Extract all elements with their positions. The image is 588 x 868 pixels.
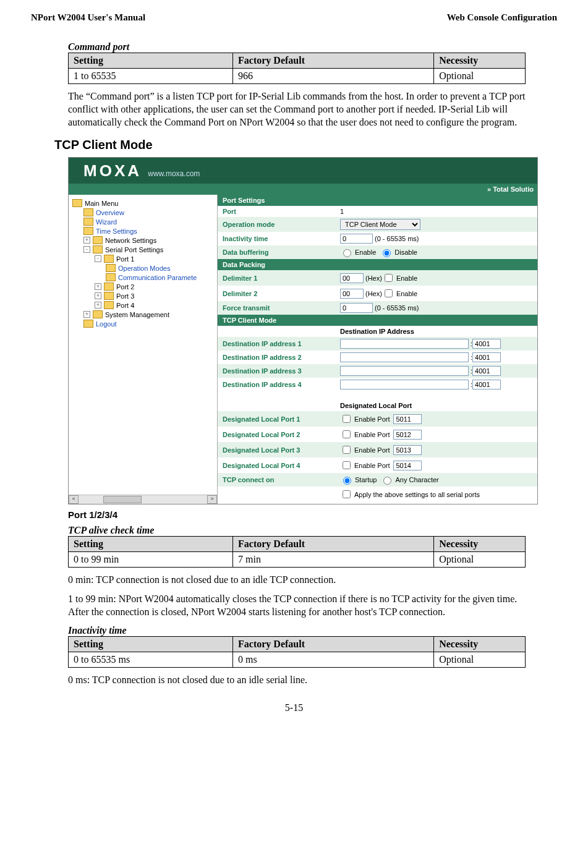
folder-icon [83,218,93,226]
local-port-3-enable[interactable]: Enable Port [340,444,390,456]
alive-default: 7 min [233,552,434,568]
tcp-client-mode-title: TCP Client Mode [54,138,557,152]
tree-port3[interactable]: +Port 3 [95,291,215,300]
page-header: NPort W2004 User's Manual Web Console Co… [31,12,557,23]
scroll-left-icon[interactable]: < [69,495,79,504]
folder-icon [72,199,82,207]
inact-default: 0 ms [233,652,434,667]
header-right: Web Console Configuration [447,12,557,23]
expand-icon[interactable]: + [83,237,90,244]
enable-radio[interactable]: Enable [340,247,376,257]
local-port-1-row: Designated Local Port 1Enable Port [218,411,537,427]
delimiter2-input[interactable] [340,289,364,299]
tree-time-settings[interactable]: Time Settings [83,226,215,236]
tree-port4[interactable]: +Port 4 [95,300,215,310]
alive-necessity: Optional [434,552,526,568]
dest-ip-3-input[interactable] [340,366,469,376]
expand-icon[interactable]: + [95,292,101,299]
tcp-connect-on-row: TCP connect on Startup Any Character [218,473,537,487]
cmdport-necessity: Optional [434,69,526,84]
dest-ip-1-row: Destination IP address 1: [218,337,537,351]
anychar-radio[interactable]: Any Character [380,475,438,485]
local-port-1-enable[interactable]: Enable Port [340,413,390,425]
command-port-desc: The “Command port” is a listen TCP port … [68,90,526,129]
tcp-alive-table: Setting Factory Default Necessity 0 to 9… [68,536,526,568]
startup-radio[interactable]: Startup [340,475,377,485]
dest-ip-1-input[interactable] [340,339,469,349]
disable-radio[interactable]: Disable [380,247,417,257]
scroll-right-icon[interactable]: > [207,495,217,504]
tree-system-management[interactable]: +System Management [83,310,215,319]
tree-operation-modes[interactable]: Operation Modes [106,263,215,273]
tree-network-settings[interactable]: +Network Settings [83,236,215,245]
operation-mode-row: Operation mode TCP Client Mode [218,217,537,232]
local-port-3-row: Designated Local Port 3Enable Port [218,442,537,457]
delimiter2-enable[interactable]: Enable [382,287,417,299]
delimiter1-input[interactable] [340,273,364,283]
operation-mode-select[interactable]: TCP Client Mode [340,219,420,230]
cmdport-th-necessity: Necessity [434,53,526,69]
tree-port2[interactable]: +Port 2 [95,282,215,291]
local-port-2-enable[interactable]: Enable Port [340,428,390,440]
scroll-thumb[interactable] [103,496,142,503]
tree-port1[interactable]: -Port 1 [95,254,215,263]
dest-port-1-input[interactable] [472,339,501,349]
cmdport-th-setting: Setting [69,53,233,69]
dest-port-3-input[interactable] [472,366,501,376]
delimiter1-enable[interactable]: Enable [382,272,417,284]
tree-serial-port-settings[interactable]: -Serial Port Settings [83,245,215,254]
header-left: NPort W2004 User's Manual [31,12,145,23]
local-port-4-enable[interactable]: Enable Port [340,459,390,471]
cmdport-setting: 1 to 65535 [69,69,233,84]
inactivity-title: Inactivity time [68,625,557,636]
inactivity-input[interactable] [340,234,373,244]
inact-th-necessity: Necessity [434,636,526,652]
expand-icon[interactable]: + [95,283,101,290]
tcp-alive-title: TCP alive check time [68,525,557,536]
inact-setting: 0 to 65535 ms [69,652,233,667]
dest-ip-3-row: Destination IP address 3: [218,364,537,378]
dest-port-2-input[interactable] [472,352,501,362]
folder-icon [83,227,93,235]
dest-ip-4-input[interactable] [340,380,469,389]
data-buffering-row: Data buffering Enable Disable [218,245,537,259]
alive-text-1: 0 min: TCP connection is not closed due … [68,574,526,587]
moxa-logo: MOXA www.moxa.com [69,158,537,181]
sub-banner: » Total Solutio [69,184,537,195]
dest-ip-4-row: Destination IP address 4: [218,378,537,391]
alive-th-necessity: Necessity [434,537,526,552]
folder-icon [93,236,103,244]
collapse-icon[interactable]: - [95,255,101,262]
local-port-2-row: Designated Local Port 2Enable Port [218,427,537,442]
inact-necessity: Optional [434,652,526,667]
tree-comm-parameters[interactable]: Communication Paramete [106,273,215,282]
expand-icon[interactable]: + [95,302,101,308]
data-packing-header: Data Packing [218,259,537,270]
expand-icon[interactable]: + [83,311,90,318]
local-port-1-input[interactable] [393,414,422,424]
local-port-2-input[interactable] [393,430,422,440]
banner: MOXA www.moxa.com [69,158,537,184]
local-port-4-input[interactable] [393,461,422,470]
folder-icon [104,255,114,263]
folder-icon [104,292,114,300]
dest-ip-2-input[interactable] [340,352,469,362]
tree-logout[interactable]: Logout [83,319,215,328]
tree-main-menu[interactable]: Main Menu [72,198,215,208]
alive-setting: 0 to 99 min [69,552,233,568]
apply-all-row: Apply the above settings to all serial p… [218,487,537,502]
tree-scrollbar[interactable]: < > [69,495,217,504]
port-settings-header: Port Settings [218,195,537,206]
dest-ip-2-row: Destination IP address 2: [218,351,537,364]
tree-overview[interactable]: Overview [83,208,215,217]
force-transmit-input[interactable] [340,303,373,313]
force-transmit-row: Force transmit (0 - 65535 ms) [218,301,537,315]
alive-th-default: Factory Default [233,537,434,552]
local-port-3-input[interactable] [393,445,422,455]
tree-wizard[interactable]: Wizard [83,217,215,226]
dest-port-4-input[interactable] [472,380,501,389]
collapse-icon[interactable]: - [83,246,90,253]
folder-icon [93,245,103,253]
apply-all-checkbox[interactable]: Apply the above settings to all serial p… [340,488,480,500]
inact-th-default: Factory Default [233,636,434,652]
